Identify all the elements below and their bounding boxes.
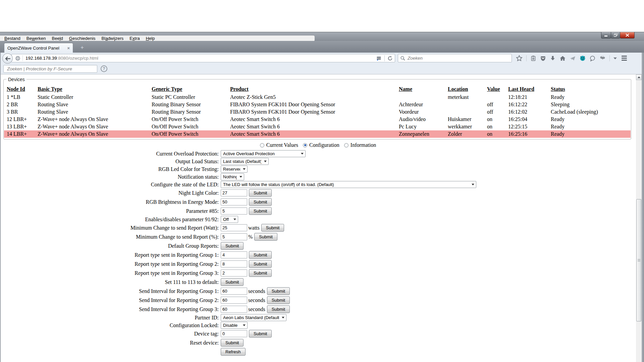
search-bar[interactable] xyxy=(398,54,512,62)
field-input[interactable] xyxy=(221,233,247,240)
moth-addon-icon[interactable] xyxy=(599,55,606,61)
column-header[interactable]: Node Id xyxy=(4,85,38,94)
fsecure-search-field[interactable] xyxy=(3,65,97,73)
page-scrollbar[interactable] xyxy=(636,74,642,362)
url-text[interactable]: 192.168.178.39:8080/ozwcp/cp.html xyxy=(25,56,372,61)
field-select[interactable]: Active Overload Protection xyxy=(221,150,306,157)
submit-button[interactable]: Submit xyxy=(254,233,277,241)
column-header[interactable]: Basic Type xyxy=(38,85,152,94)
device-cell: 1 *LB xyxy=(4,94,38,101)
pocket-icon[interactable] xyxy=(540,55,546,61)
column-header[interactable]: Name xyxy=(399,85,448,94)
column-header[interactable]: Value xyxy=(487,85,508,94)
chevron-down-icon[interactable] xyxy=(613,57,617,60)
send-plane-icon[interactable] xyxy=(570,55,576,61)
field-select[interactable]: Nothing xyxy=(221,173,244,180)
new-tab-button[interactable]: + xyxy=(78,44,87,51)
field-select[interactable]: Last status (Default) xyxy=(221,158,269,165)
column-header[interactable]: Generic Type xyxy=(152,85,230,94)
addon-monster-icon[interactable] xyxy=(580,55,586,61)
field-input[interactable] xyxy=(221,260,247,267)
field-select[interactable]: The LED will follow the status (on/off) … xyxy=(221,181,476,188)
close-button[interactable] xyxy=(620,32,635,39)
field-input[interactable] xyxy=(221,207,247,215)
submit-button[interactable]: Submit xyxy=(249,198,272,206)
bookmarks-menu-icon[interactable] xyxy=(530,55,536,61)
help-icon[interactable]: ? xyxy=(101,65,107,72)
menu-bewerken[interactable]: Bewerken xyxy=(23,36,49,41)
submit-button[interactable]: Submit xyxy=(261,224,284,232)
submit-button[interactable]: Submit xyxy=(221,339,244,347)
field-input[interactable] xyxy=(221,306,247,313)
column-header[interactable]: Last Heard xyxy=(508,85,551,94)
device-row[interactable]: 2 BRRouting SlaveRouting Binary SensorFI… xyxy=(4,101,631,108)
menu-hamburger-icon[interactable] xyxy=(622,56,627,61)
submit-button[interactable]: Submit xyxy=(267,305,290,313)
submit-button[interactable]: Submit xyxy=(249,251,272,259)
field-input[interactable] xyxy=(221,189,247,196)
device-row[interactable]: 13 LBR+Z-Wave+ node Always On SlaveOn/Of… xyxy=(4,123,631,130)
restore-button[interactable] xyxy=(611,32,620,39)
device-row[interactable]: 12 LBR+Z-Wave+ node Always On SlaveOn/Of… xyxy=(4,116,631,123)
field-select[interactable]: Reserved xyxy=(221,166,248,173)
device-cell: 12 LBR+ xyxy=(4,116,38,123)
tab-openzwave[interactable]: OpenZWave Control Panel × xyxy=(4,43,73,53)
downloads-icon[interactable] xyxy=(550,55,556,61)
refresh-button[interactable]: Refresh xyxy=(221,348,246,356)
radio-icon[interactable] xyxy=(303,143,307,147)
url-bar[interactable]: 192.168.178.39:8080/ozwcp/cp.html xyxy=(11,54,395,62)
device-cell xyxy=(487,94,508,101)
home-icon[interactable] xyxy=(559,55,566,61)
submit-button[interactable]: Submit xyxy=(249,260,272,268)
field-input[interactable] xyxy=(221,198,247,205)
menu-bestand[interactable]: Bestand xyxy=(1,36,23,41)
menu-geschiedenis[interactable]: Geschiedenis xyxy=(66,36,99,41)
submit-button[interactable]: Submit xyxy=(221,278,244,286)
radio-label: Current Values xyxy=(266,142,298,148)
config-row: RGB Brightness in Energy Mode:Submit xyxy=(0,197,636,206)
field-select[interactable]: Disable xyxy=(221,322,248,329)
hello-bubble-icon[interactable] xyxy=(589,55,596,61)
submit-button[interactable]: Submit xyxy=(267,287,290,295)
field-input[interactable] xyxy=(221,251,247,258)
minimize-button[interactable] xyxy=(601,32,611,39)
submit-button[interactable]: Submit xyxy=(249,330,272,338)
field-input[interactable] xyxy=(221,330,247,337)
device-row[interactable]: 3 BRRouting SlaveRouting Binary SensorFI… xyxy=(4,108,631,116)
submit-button[interactable]: Submit xyxy=(249,207,272,215)
radio-icon[interactable] xyxy=(344,143,348,147)
field-select[interactable]: Aeon Labs Standard (Default) xyxy=(221,314,286,321)
menu-extra[interactable]: Extra xyxy=(126,36,143,41)
submit-button[interactable]: Submit xyxy=(249,269,272,277)
menu-help[interactable]: Help xyxy=(143,36,158,41)
scrollbar-thumb[interactable] xyxy=(636,199,641,321)
scrollbar-up-arrow[interactable] xyxy=(636,74,642,80)
field-input[interactable] xyxy=(221,269,247,277)
radio-icon[interactable] xyxy=(260,143,264,147)
field-input[interactable] xyxy=(221,288,247,295)
menu-bladwijzers[interactable]: Bladwijzers xyxy=(99,36,127,41)
view-radio-information[interactable]: Information xyxy=(344,142,376,148)
tab-close-icon[interactable]: × xyxy=(67,46,70,50)
submit-button[interactable]: Submit xyxy=(249,189,272,197)
field-input[interactable] xyxy=(221,297,247,304)
submit-button[interactable]: Submit xyxy=(221,242,244,250)
column-header[interactable]: Product xyxy=(230,85,399,94)
menu-beeld[interactable]: Beeld xyxy=(49,36,66,41)
submit-button[interactable]: Submit xyxy=(267,296,290,304)
server-icon[interactable] xyxy=(376,55,382,61)
field-input[interactable] xyxy=(221,224,247,231)
field-select[interactable]: Off xyxy=(221,216,238,223)
back-button[interactable] xyxy=(2,53,13,64)
fsecure-search-input[interactable] xyxy=(6,66,94,72)
reload-icon[interactable] xyxy=(387,56,393,61)
column-header[interactable]: Status xyxy=(551,85,631,94)
field-controls: Submit xyxy=(221,198,272,206)
device-row[interactable]: 14 LBR+Z-Wave+ node Always On SlaveOn/Of… xyxy=(4,130,631,138)
device-row[interactable]: 1 *LBStatic ControllerStatic PC Controll… xyxy=(4,94,631,101)
search-input[interactable] xyxy=(407,55,509,61)
column-header[interactable]: Location xyxy=(448,85,487,94)
view-radio-configuration[interactable]: Configuration xyxy=(303,142,339,148)
view-radio-current-values[interactable]: Current Values xyxy=(260,142,298,148)
bookmark-star-icon[interactable] xyxy=(516,55,523,62)
